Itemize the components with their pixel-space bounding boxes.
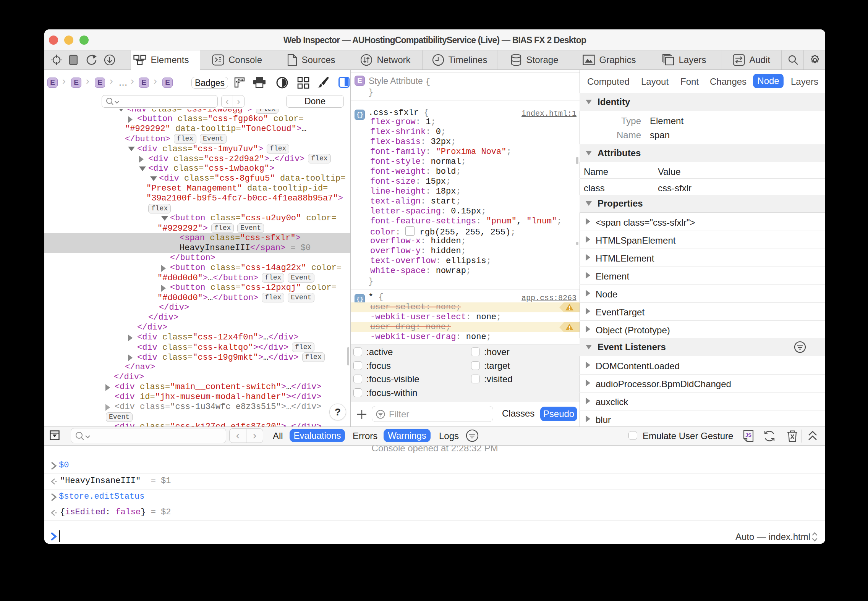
svg-text:{}: {} [356, 112, 363, 118]
svg-text:{}: {} [356, 296, 363, 303]
svg-text:JS: JS [745, 432, 751, 438]
